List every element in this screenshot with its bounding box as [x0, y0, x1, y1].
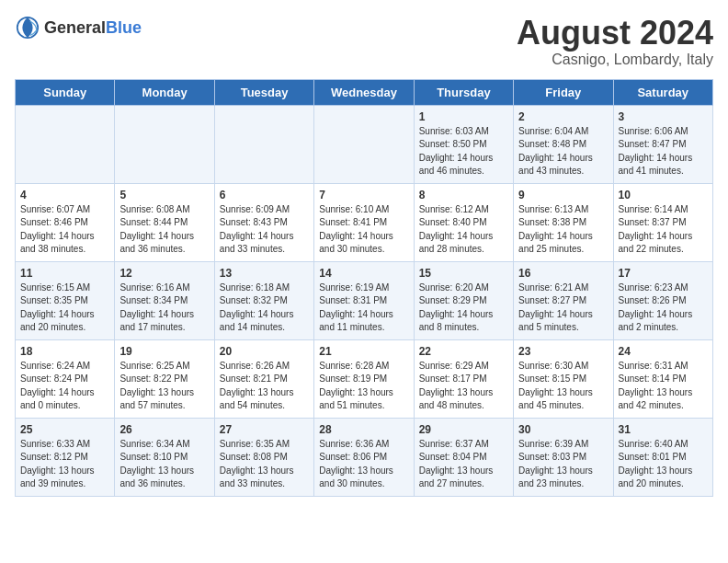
calendar-cell: 17Sunrise: 6:23 AM Sunset: 8:26 PM Dayli… — [613, 261, 712, 339]
day-number: 22 — [419, 345, 508, 358]
calendar-cell: 21Sunrise: 6:28 AM Sunset: 8:19 PM Dayli… — [314, 339, 414, 418]
weekday-header-sunday: Sunday — [16, 79, 115, 105]
calendar-cell: 27Sunrise: 6:35 AM Sunset: 8:08 PM Dayli… — [214, 418, 313, 496]
calendar-cell: 30Sunrise: 6:39 AM Sunset: 8:03 PM Dayli… — [514, 418, 613, 496]
calendar-cell: 4Sunrise: 6:07 AM Sunset: 8:46 PM Daylig… — [16, 183, 115, 261]
cell-content: Sunrise: 6:18 AM Sunset: 8:32 PM Dayligh… — [220, 282, 309, 335]
day-number: 20 — [220, 345, 309, 358]
calendar-cell: 9Sunrise: 6:13 AM Sunset: 8:38 PM Daylig… — [514, 183, 613, 261]
calendar-cell: 14Sunrise: 6:19 AM Sunset: 8:31 PM Dayli… — [314, 261, 414, 339]
logo-text-general: General — [44, 18, 106, 37]
calendar-cell: 24Sunrise: 6:31 AM Sunset: 8:14 PM Dayli… — [613, 339, 712, 418]
calendar-cell: 5Sunrise: 6:08 AM Sunset: 8:44 PM Daylig… — [115, 183, 214, 261]
cell-content: Sunrise: 6:12 AM Sunset: 8:40 PM Dayligh… — [419, 203, 508, 257]
cell-content: Sunrise: 6:26 AM Sunset: 8:21 PM Dayligh… — [220, 360, 309, 413]
calendar-cell: 12Sunrise: 6:16 AM Sunset: 8:34 PM Dayli… — [115, 261, 214, 339]
weekday-header-wednesday: Wednesday — [314, 79, 414, 105]
calendar-cell: 25Sunrise: 6:33 AM Sunset: 8:12 PM Dayli… — [16, 418, 115, 496]
calendar-cell: 16Sunrise: 6:21 AM Sunset: 8:27 PM Dayli… — [514, 261, 613, 339]
day-number: 25 — [20, 423, 109, 436]
calendar-cell: 1Sunrise: 6:03 AM Sunset: 8:50 PM Daylig… — [414, 105, 513, 183]
cell-content: Sunrise: 6:04 AM Sunset: 8:48 PM Dayligh… — [518, 125, 608, 178]
cell-content: Sunrise: 6:28 AM Sunset: 8:19 PM Dayligh… — [319, 360, 408, 413]
cell-content: Sunrise: 6:13 AM Sunset: 8:38 PM Dayligh… — [518, 203, 608, 257]
logo-text-blue: Blue — [106, 18, 142, 37]
day-number: 21 — [319, 345, 408, 358]
day-number: 13 — [220, 267, 309, 280]
cell-content: Sunrise: 6:24 AM Sunset: 8:24 PM Dayligh… — [20, 360, 109, 413]
day-number: 17 — [619, 267, 708, 280]
calendar-cell: 28Sunrise: 6:36 AM Sunset: 8:06 PM Dayli… — [314, 418, 414, 496]
calendar-cell: 8Sunrise: 6:12 AM Sunset: 8:40 PM Daylig… — [414, 183, 513, 261]
day-number: 30 — [518, 423, 608, 436]
cell-content: Sunrise: 6:03 AM Sunset: 8:50 PM Dayligh… — [419, 125, 508, 178]
calendar-cell: 29Sunrise: 6:37 AM Sunset: 8:04 PM Dayli… — [414, 418, 513, 496]
weekday-header-thursday: Thursday — [414, 79, 513, 105]
cell-content: Sunrise: 6:34 AM Sunset: 8:10 PM Dayligh… — [119, 438, 209, 491]
day-number: 4 — [20, 189, 109, 201]
calendar-cell: 22Sunrise: 6:29 AM Sunset: 8:17 PM Dayli… — [414, 339, 513, 418]
cell-content: Sunrise: 6:19 AM Sunset: 8:31 PM Dayligh… — [319, 282, 408, 335]
calendar-cell: 18Sunrise: 6:24 AM Sunset: 8:24 PM Dayli… — [16, 339, 115, 418]
cell-content: Sunrise: 6:10 AM Sunset: 8:41 PM Dayligh… — [319, 203, 408, 257]
cell-content: Sunrise: 6:39 AM Sunset: 8:03 PM Dayligh… — [518, 438, 608, 491]
cell-content: Sunrise: 6:40 AM Sunset: 8:01 PM Dayligh… — [619, 438, 708, 491]
calendar-cell: 26Sunrise: 6:34 AM Sunset: 8:10 PM Dayli… — [115, 418, 214, 496]
calendar-cell: 23Sunrise: 6:30 AM Sunset: 8:15 PM Dayli… — [514, 339, 613, 418]
weekday-header-tuesday: Tuesday — [214, 79, 313, 105]
cell-content: Sunrise: 6:33 AM Sunset: 8:12 PM Dayligh… — [20, 438, 109, 491]
cell-content: Sunrise: 6:36 AM Sunset: 8:06 PM Dayligh… — [319, 438, 408, 491]
weekday-header-friday: Friday — [514, 79, 613, 105]
calendar-cell — [115, 105, 214, 183]
calendar-cell: 2Sunrise: 6:04 AM Sunset: 8:48 PM Daylig… — [514, 105, 613, 183]
cell-content: Sunrise: 6:15 AM Sunset: 8:35 PM Dayligh… — [20, 282, 109, 335]
day-number: 5 — [119, 189, 209, 201]
title-block: August 2024 Casnigo, Lombardy, Italy — [517, 15, 713, 68]
day-number: 2 — [518, 110, 608, 123]
calendar-cell: 19Sunrise: 6:25 AM Sunset: 8:22 PM Dayli… — [115, 339, 214, 418]
cell-content: Sunrise: 6:25 AM Sunset: 8:22 PM Dayligh… — [119, 360, 209, 413]
calendar-table: SundayMondayTuesdayWednesdayThursdayFrid… — [15, 79, 713, 497]
day-number: 3 — [619, 110, 708, 123]
day-number: 15 — [419, 267, 508, 280]
calendar-cell — [314, 105, 414, 183]
calendar-cell: 13Sunrise: 6:18 AM Sunset: 8:32 PM Dayli… — [214, 261, 313, 339]
day-number: 9 — [518, 189, 608, 201]
weekday-header-row: SundayMondayTuesdayWednesdayThursdayFrid… — [16, 79, 713, 105]
day-number: 10 — [619, 189, 708, 201]
cell-content: Sunrise: 6:08 AM Sunset: 8:44 PM Dayligh… — [119, 203, 209, 257]
calendar-week-row: 25Sunrise: 6:33 AM Sunset: 8:12 PM Dayli… — [16, 418, 713, 496]
day-number: 24 — [619, 345, 708, 358]
cell-content: Sunrise: 6:09 AM Sunset: 8:43 PM Dayligh… — [220, 203, 309, 257]
day-number: 23 — [518, 345, 608, 358]
calendar-cell: 10Sunrise: 6:14 AM Sunset: 8:37 PM Dayli… — [613, 183, 712, 261]
page-header: GeneralBlue August 2024 Casnigo, Lombard… — [15, 15, 713, 68]
calendar-week-row: 1Sunrise: 6:03 AM Sunset: 8:50 PM Daylig… — [16, 105, 713, 183]
day-number: 18 — [20, 345, 109, 358]
calendar-cell — [16, 105, 115, 183]
cell-content: Sunrise: 6:35 AM Sunset: 8:08 PM Dayligh… — [220, 438, 309, 491]
day-number: 1 — [419, 110, 508, 123]
weekday-header-monday: Monday — [115, 79, 214, 105]
calendar-week-row: 18Sunrise: 6:24 AM Sunset: 8:24 PM Dayli… — [16, 339, 713, 418]
day-number: 19 — [119, 345, 209, 358]
cell-content: Sunrise: 6:30 AM Sunset: 8:15 PM Dayligh… — [518, 360, 608, 413]
logo-icon — [15, 15, 40, 40]
day-number: 6 — [220, 189, 309, 201]
cell-content: Sunrise: 6:16 AM Sunset: 8:34 PM Dayligh… — [119, 282, 209, 335]
subtitle: Casnigo, Lombardy, Italy — [517, 52, 713, 68]
day-number: 16 — [518, 267, 608, 280]
day-number: 8 — [419, 189, 508, 201]
day-number: 26 — [119, 423, 209, 436]
day-number: 31 — [619, 423, 708, 436]
cell-content: Sunrise: 6:31 AM Sunset: 8:14 PM Dayligh… — [619, 360, 708, 413]
day-number: 11 — [20, 267, 109, 280]
calendar-cell: 11Sunrise: 6:15 AM Sunset: 8:35 PM Dayli… — [16, 261, 115, 339]
day-number: 12 — [119, 267, 209, 280]
calendar-cell — [214, 105, 313, 183]
day-number: 27 — [220, 423, 309, 436]
day-number: 29 — [419, 423, 508, 436]
cell-content: Sunrise: 6:37 AM Sunset: 8:04 PM Dayligh… — [419, 438, 508, 491]
cell-content: Sunrise: 6:20 AM Sunset: 8:29 PM Dayligh… — [419, 282, 508, 335]
calendar-week-row: 11Sunrise: 6:15 AM Sunset: 8:35 PM Dayli… — [16, 261, 713, 339]
